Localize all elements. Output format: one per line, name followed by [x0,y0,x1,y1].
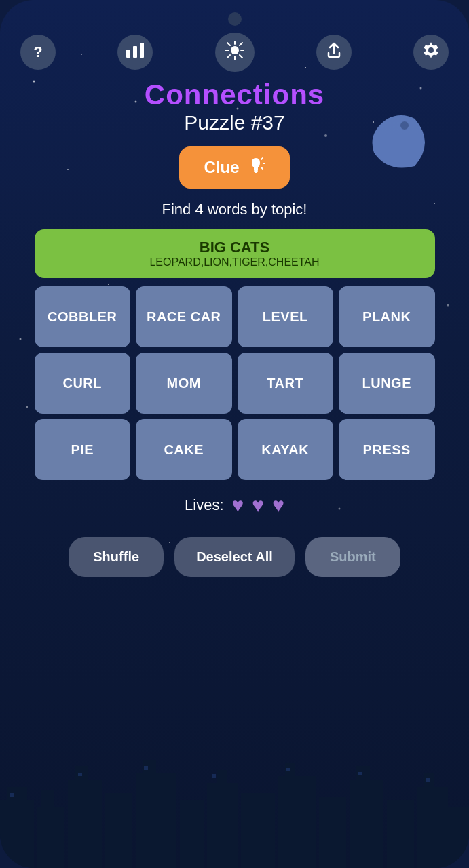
gear-icon [422,41,440,63]
svg-line-29 [227,43,230,45]
svg-point-20 [400,121,409,130]
question-icon: ? [33,43,42,61]
word-tile-press[interactable]: PRESS [339,419,435,480]
svg-line-32 [227,55,230,58]
svg-rect-21 [126,50,130,58]
submit-button[interactable]: Submit [305,537,400,577]
svg-rect-68 [426,778,430,782]
lives-section: Lives: ♥ ♥ ♥ [185,494,284,517]
word-tile-cobbler[interactable]: COBBLER [35,286,131,347]
word-tile-level[interactable]: LEVEL [238,286,334,347]
svg-point-4 [420,87,422,90]
word-tile-plank[interactable]: PLANK [339,286,435,347]
svg-point-14 [447,304,449,307]
word-tile-cake[interactable]: CAKE [136,419,232,480]
svg-rect-49 [180,800,204,868]
svg-line-30 [240,55,242,58]
svg-rect-55 [319,797,346,868]
clue-button[interactable]: Clue [179,146,289,189]
svg-rect-43 [41,790,54,868]
svg-point-11 [67,169,69,170]
lightbulb-icon [246,156,265,179]
svg-rect-61 [438,807,469,868]
share-button[interactable] [316,35,352,70]
svg-rect-45 [75,766,88,868]
share-icon [326,42,342,62]
svg-rect-60 [424,773,434,868]
solved-banner: BIG CATS LEOPARD,LION,TIGER,CHEETAH [35,229,435,278]
svg-rect-35 [254,170,258,172]
heart-1: ♥ [232,494,244,517]
word-tile-race-car[interactable]: RACE CAR [136,286,232,347]
svg-rect-53 [278,776,316,868]
heart-2: ♥ [252,494,264,517]
svg-rect-52 [241,793,275,868]
svg-line-37 [261,158,263,159]
deselect-all-button[interactable]: Deselect All [174,537,295,577]
svg-rect-62 [10,793,14,797]
svg-rect-51 [217,770,227,868]
svg-rect-67 [358,772,362,775]
svg-point-9 [434,203,435,204]
puzzle-number: Puzzle #37 [184,111,284,134]
svg-rect-58 [387,800,414,868]
sun-icon [225,41,244,64]
top-bar: ? [0,33,469,72]
word-tile-tart[interactable]: TART [238,353,334,414]
svg-rect-46 [105,793,132,868]
svg-rect-41 [7,787,27,868]
camera-notch [228,12,242,26]
lives-label: Lives: [185,496,223,514]
svg-rect-66 [286,768,290,771]
svg-line-39 [261,167,263,169]
bottom-buttons: Shuffle Deselect All Submit [69,537,400,577]
word-tile-curl[interactable]: CURL [35,353,131,414]
shuffle-button[interactable]: Shuffle [69,537,164,577]
phone-frame: ? [0,0,469,868]
svg-rect-57 [356,766,370,868]
svg-point-2 [135,101,137,103]
solved-category-title: BIG CATS [48,239,421,256]
settings-button[interactable] [413,35,449,70]
svg-rect-22 [133,46,137,58]
app-title: Connections [145,79,324,111]
svg-rect-63 [78,773,82,776]
svg-line-31 [240,43,242,45]
word-tile-mom[interactable]: MOM [136,353,232,414]
svg-point-13 [373,121,374,123]
city-skyline [0,732,469,868]
heart-3: ♥ [272,494,284,517]
svg-point-0 [33,81,35,83]
word-tile-pie[interactable]: PIE [35,419,131,480]
svg-point-24 [231,46,239,54]
moon-decoration [367,112,428,173]
svg-point-34 [428,47,434,53]
title-section: Connections Puzzle #37 [145,79,324,134]
instruction-text: Find 4 words by topic! [162,201,307,218]
word-grid: COBBLER RACE CAR LEVEL PLANK CURL MOM TA… [35,286,435,480]
clue-label: Clue [204,158,239,177]
svg-point-10 [324,134,327,137]
stats-button[interactable] [117,35,153,70]
word-tile-kayak[interactable]: KAYAK [238,419,334,480]
brightness-button[interactable] [215,33,255,72]
svg-point-15 [26,406,28,408]
solved-category-words: LEOPARD,LION,TIGER,CHEETAH [48,256,421,269]
svg-point-7 [108,284,109,285]
svg-point-8 [20,338,22,340]
svg-rect-54 [285,763,295,868]
help-button[interactable]: ? [20,35,56,70]
svg-point-18 [339,508,341,510]
svg-rect-48 [143,760,156,868]
svg-rect-64 [144,766,148,770]
svg-rect-36 [255,172,257,173]
svg-rect-23 [140,43,144,58]
chart-icon [126,43,144,62]
word-tile-lunge[interactable]: LUNGE [339,353,435,414]
svg-rect-65 [212,774,216,778]
